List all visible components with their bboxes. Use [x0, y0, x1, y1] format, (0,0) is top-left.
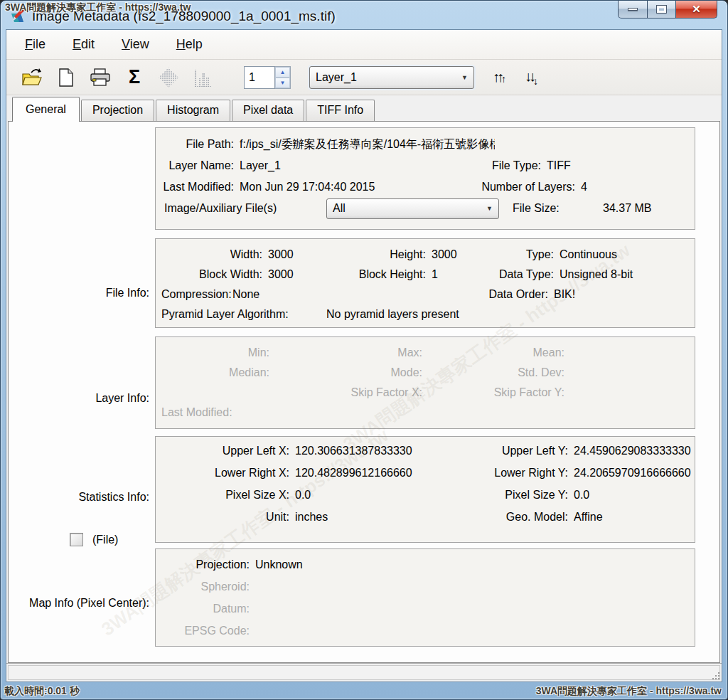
pyramid-value: No pyramid layers present — [321, 308, 459, 321]
menu-help[interactable]: Help — [168, 33, 211, 56]
spheroid-label: Spheroid: — [156, 580, 250, 593]
open-folder-icon — [21, 68, 43, 88]
minimize-button[interactable] — [618, 1, 648, 18]
map-info-box: Upper Left X: 120.306631387833330 Upper … — [155, 436, 695, 543]
map-info-caption: Map Info (Pixel Center): — [9, 597, 149, 610]
upper-left-y-label: Upper Left Y: — [446, 445, 568, 457]
statistics-button[interactable]: Σ — [122, 65, 147, 90]
layer-number-spinner: ▲ ▼ — [244, 66, 291, 89]
lower-right-y-label: Lower Right Y: — [446, 467, 568, 479]
menu-file[interactable]: File — [16, 33, 54, 56]
close-button[interactable]: ✕ — [676, 1, 717, 18]
projection-value: Unknown — [250, 558, 695, 571]
file-statistics-checkbox[interactable] — [70, 533, 83, 546]
pyramid-layers-button-disabled[interactable] — [156, 65, 181, 90]
menu-view[interactable]: View — [113, 33, 158, 56]
file-path-label: File Path: — [156, 138, 234, 151]
open-file-button[interactable] — [19, 65, 45, 90]
resize-grip[interactable] — [718, 678, 719, 679]
block-width-value: 3000 — [262, 268, 358, 281]
number-of-layers-value: 4 — [575, 181, 695, 193]
layer-select-value: Layer_1 — [316, 71, 357, 84]
arrows-up-icon: ↑↑ — [493, 69, 501, 85]
client-area: File Edit View Help — [6, 29, 722, 682]
file-info-caption: File Info: — [9, 287, 149, 299]
minimize-icon — [628, 8, 638, 11]
last-modified-label: Last Modified: — [156, 181, 234, 193]
width-value: 3000 — [262, 248, 358, 261]
tab-histogram[interactable]: Histogram — [156, 100, 230, 121]
file-checkbox-label: (File) — [92, 534, 118, 546]
projection-info-box: Projection: Unknown Spheroid: Datum: EPS… — [155, 548, 695, 647]
geo-model-value: Affine — [568, 511, 695, 524]
tab-general[interactable]: General — [12, 97, 80, 122]
maximize-icon — [657, 6, 666, 13]
spinner-down-button[interactable]: ▼ — [275, 78, 290, 88]
watermark-top-left: 3WA問題解決專家工作室 - https://3wa.tw — [5, 1, 191, 14]
compression-value: None — [227, 288, 333, 301]
unit-value: inches — [289, 511, 446, 524]
chevron-down-icon: ▼ — [486, 205, 493, 212]
pixel-size-x-label: Pixel Size X: — [156, 489, 289, 502]
watermark-bottom-right: 3WA問題解決專家工作室 - https://3wa.tw — [536, 685, 722, 698]
pyramid-label: Pyramid Layer Algorithm: — [156, 308, 321, 321]
lower-right-y-value: 24.2065970916666660 — [568, 467, 695, 479]
type-label: Type: — [497, 248, 554, 261]
layer-info-caption: Layer Info: — [9, 392, 149, 405]
data-type-value: Unsigned 8-bit — [554, 268, 695, 281]
compression-label: Compression: — [156, 288, 227, 301]
close-icon: ✕ — [692, 3, 701, 16]
height-value: 3000 — [426, 248, 497, 261]
upper-left-x-label: Upper Left X: — [156, 445, 289, 457]
pixel-size-x-value: 0.0 — [289, 489, 446, 502]
tab-projection[interactable]: Projection — [81, 100, 154, 121]
block-height-label: Block Height: — [358, 268, 426, 281]
file-type-label: File Type: — [461, 159, 541, 172]
layer-select[interactable]: Layer_1 ▼ — [309, 66, 474, 89]
spinner-down-icon: ▼ — [280, 80, 286, 86]
aux-files-label: Image/Auxiliary File(s) — [156, 202, 325, 215]
file-size-value: 34.37 MB — [586, 202, 695, 215]
goto-bottom-button[interactable]: ↓↓ ↓ — [525, 68, 538, 87]
unit-label: Unit: — [156, 511, 289, 524]
goto-top-button[interactable]: ↑↑ ↑ — [493, 69, 506, 85]
menu-edit[interactable]: Edit — [64, 33, 103, 56]
new-document-icon — [58, 68, 75, 88]
new-file-button[interactable] — [53, 65, 79, 90]
histogram-icon — [193, 67, 213, 88]
data-order-label: Data Order: — [477, 288, 548, 301]
lower-right-x-label: Lower Right X: — [156, 467, 289, 479]
aux-files-select[interactable]: All ▼ — [326, 198, 499, 219]
epsg-code-label: EPSG Code: — [156, 625, 250, 637]
layer-number-input[interactable] — [244, 66, 275, 89]
spinner-up-icon: ▲ — [280, 69, 286, 75]
histogram-button-disabled[interactable] — [190, 65, 215, 90]
last-modified-value: Mon Jun 29 17:04:40 2015 — [234, 181, 415, 193]
print-button[interactable] — [87, 65, 113, 90]
aux-files-value: All — [333, 202, 346, 215]
tab-pixel-data[interactable]: Pixel data — [232, 100, 304, 121]
arrows-down-icon: ↓↓ — [525, 68, 533, 85]
tab-tiff-info[interactable]: TIFF Info — [306, 100, 375, 121]
height-label: Height: — [358, 248, 426, 261]
geo-model-label: Geo. Model: — [446, 511, 568, 524]
file-size-label: File Size: — [504, 202, 586, 215]
layer-name-label: Layer Name: — [156, 159, 234, 172]
mean-label: Mean: — [493, 346, 564, 359]
spinner-up-button[interactable]: ▲ — [275, 67, 290, 78]
upper-left-x-value: 120.306631387833330 — [289, 445, 446, 457]
skip-factor-x-label: Skip Factor X: — [156, 386, 422, 399]
lower-right-x-value: 120.482899612166660 — [289, 467, 446, 479]
stats-last-modified-label: Last Modified: — [161, 406, 232, 419]
data-type-label: Data Type: — [497, 268, 554, 281]
data-order-value: BIK! — [548, 288, 575, 301]
file-type-value: TIFF — [541, 159, 695, 172]
statistics-info-caption: Statistics Info: — [9, 491, 149, 504]
layer-name-value: Layer_1 — [234, 159, 461, 172]
maximize-button[interactable] — [648, 1, 676, 18]
mode-label: Mode: — [348, 366, 422, 379]
layer-info-box: Width: 3000 Height: 3000 Type: Continuou… — [155, 238, 695, 328]
projection-label: Projection: — [156, 558, 250, 571]
number-of-layers-label: Number of Layers: — [415, 181, 575, 193]
status-bar — [6, 663, 722, 682]
